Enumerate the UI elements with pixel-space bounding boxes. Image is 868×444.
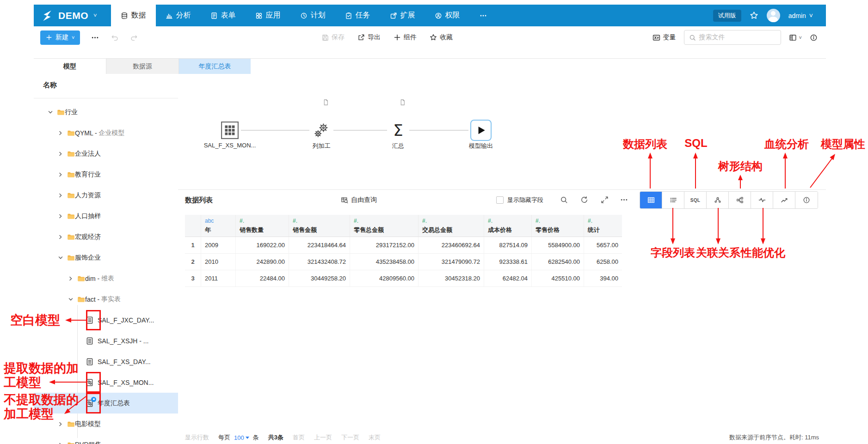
show-hidden-fields-checkbox[interactable]: 显示隐藏字段 xyxy=(496,196,543,204)
cell: 22484.00 xyxy=(236,270,289,286)
new-button[interactable]: 新建 ˅ xyxy=(40,30,80,45)
expand-icon[interactable] xyxy=(601,196,609,204)
tree-item-5[interactable]: 人口抽样 xyxy=(34,206,178,226)
chevron-right-icon[interactable] xyxy=(58,193,64,198)
view-performance-button[interactable] xyxy=(751,192,773,208)
app-logo[interactable]: DEMO ˅ xyxy=(34,9,104,23)
chevron-right-icon[interactable] xyxy=(58,213,64,219)
tree-item-8[interactable]: dim - 维表 xyxy=(34,268,178,289)
per-page-select[interactable]: 100 xyxy=(234,434,249,441)
layout-toggle-button[interactable]: ˅ xyxy=(789,34,802,42)
component-button[interactable]: 组件 xyxy=(394,33,417,42)
view-sql-button[interactable]: SQL xyxy=(684,192,707,208)
tree-item-11[interactable]: SAL_F_XSJH - ... xyxy=(34,330,178,351)
view-lineage-button[interactable] xyxy=(773,192,795,208)
chevron-right-icon[interactable] xyxy=(58,130,64,136)
view-relation-graph-button[interactable] xyxy=(707,192,729,208)
view-tree-structure-button[interactable] xyxy=(729,192,751,208)
tree-item-0[interactable]: 行业 xyxy=(34,102,178,122)
avatar[interactable] xyxy=(767,9,780,22)
chevron-down-icon[interactable] xyxy=(58,255,64,261)
table-search-icon xyxy=(341,196,348,204)
tab-model[interactable]: 模型 xyxy=(34,59,106,74)
info-button[interactable] xyxy=(810,34,818,42)
search-icon[interactable] xyxy=(560,196,568,204)
tree-item-12[interactable]: SAL_F_XS_DAY... xyxy=(34,351,178,372)
performance-icon xyxy=(758,196,766,204)
chevron-down-icon[interactable] xyxy=(48,109,54,115)
free-query-label: 自由查询 xyxy=(351,196,377,204)
chevron-right-icon[interactable] xyxy=(68,276,74,281)
flow-node-column-process-label: 列加工 xyxy=(313,142,331,150)
star-icon[interactable] xyxy=(750,11,758,20)
flow-node-aggregate-icon[interactable]: Σ xyxy=(393,121,403,140)
export-button[interactable]: 导出 xyxy=(357,33,381,42)
nav-tab-database[interactable]: 数据 xyxy=(111,5,156,26)
flow-node-column-process-icon[interactable] xyxy=(312,121,331,140)
chevron-right-icon[interactable] xyxy=(58,442,64,444)
nav-tab-more-dots[interactable] xyxy=(470,5,497,26)
redo-button[interactable] xyxy=(130,34,138,42)
data-table: abc年#.销售数量#.销售金额#.零售总金额#.交易总金额#.成本价格#.零售… xyxy=(185,215,622,287)
nav-tab-bar-chart[interactable]: 分析 xyxy=(156,5,201,26)
view-model-info-button[interactable] xyxy=(795,192,818,208)
tree-item-1[interactable]: QYML - 企业模型 xyxy=(34,122,178,143)
nav-tab-extension[interactable]: 扩展 xyxy=(380,5,425,26)
tree-item-label: SAL_F_XS_DAY... xyxy=(98,358,151,365)
tree-item-13[interactable]: SAL_F_XS_MON... xyxy=(34,372,178,393)
column-type-indicator: #. xyxy=(293,218,346,225)
nav-tab-label: 扩展 xyxy=(400,11,415,20)
row-index: 1 xyxy=(185,237,201,253)
favorite-button[interactable]: 收藏 xyxy=(430,33,453,42)
chevron-down-icon[interactable] xyxy=(68,297,74,302)
nav-tab-apps[interactable]: 应用 xyxy=(246,5,290,26)
source-note: 数据来源于前序节点。耗时: 11ms xyxy=(729,433,819,442)
nav-right: 试用版 admin ˅ xyxy=(713,9,826,22)
cell: 2009 xyxy=(201,237,236,253)
undo-button[interactable] xyxy=(111,34,119,42)
view-data-grid-button[interactable] xyxy=(640,192,662,208)
refresh-icon[interactable] xyxy=(580,196,588,204)
tree-item-14[interactable]: 年度汇总表 xyxy=(34,393,178,414)
nav-tab-tasks[interactable]: 任务 xyxy=(335,5,380,26)
tree-item-4[interactable]: 人力资源 xyxy=(34,185,178,206)
tree-item-16[interactable]: DVD租售 xyxy=(34,434,178,444)
tree-item-2[interactable]: 企业法人 xyxy=(34,143,178,164)
cell: 2010 xyxy=(201,254,236,270)
tree-item-6[interactable]: 宏观经济 xyxy=(34,226,178,247)
tree-item-9[interactable]: fact - 事实表 xyxy=(34,289,178,310)
tree-item-label: 年度汇总表 xyxy=(98,399,130,408)
tree-item-3[interactable]: 教育行业 xyxy=(34,164,178,185)
chevron-right-icon[interactable] xyxy=(58,234,64,240)
flow-node-source-table-icon[interactable] xyxy=(221,121,239,140)
bar-chart-icon xyxy=(166,12,173,19)
flow-node-output-icon[interactable] xyxy=(470,120,492,141)
table-header-row: abc年#.销售数量#.销售金额#.零售总金额#.交易总金额#.成本价格#.零售… xyxy=(185,215,622,237)
prev-page-button[interactable]: 上一页 xyxy=(314,433,332,442)
chevron-right-icon[interactable] xyxy=(58,151,64,157)
toolbar-right: 变量 搜索文件 ˅ xyxy=(653,30,826,45)
last-page-button[interactable]: 末页 xyxy=(369,433,381,442)
tree-item-15[interactable]: 电影模型 xyxy=(34,414,178,434)
more-actions-button[interactable] xyxy=(91,34,99,42)
more-icon[interactable] xyxy=(620,196,628,204)
tree-item-10[interactable]: SAL_F_JXC_DAY... xyxy=(34,310,178,330)
document-tab[interactable]: 年度汇总表 xyxy=(179,59,251,74)
nav-tab-form[interactable]: 表单 xyxy=(201,5,246,26)
variables-button[interactable]: 变量 xyxy=(653,33,676,42)
chevron-right-icon[interactable] xyxy=(58,421,64,427)
datalist-toolbar: 数据列表 自由查询 显示隐藏字段 SQL xyxy=(178,189,826,211)
save-button[interactable]: 保存 xyxy=(321,33,345,42)
nav-tab-permission[interactable]: 权限 xyxy=(425,5,470,26)
search-input[interactable]: 搜索文件 xyxy=(684,30,781,45)
chevron-right-icon[interactable] xyxy=(58,172,64,177)
next-page-button[interactable]: 下一页 xyxy=(341,433,359,442)
first-page-button[interactable]: 首页 xyxy=(293,433,305,442)
database-icon xyxy=(121,12,128,19)
nav-tab-clock[interactable]: 计划 xyxy=(290,5,335,26)
tree-item-7[interactable]: 服饰企业 xyxy=(34,247,178,268)
view-field-list-button[interactable] xyxy=(662,192,684,208)
tab-datasource[interactable]: 数据源 xyxy=(106,59,179,74)
user-menu[interactable]: admin ˅ xyxy=(788,12,813,19)
free-query-button[interactable]: 自由查询 xyxy=(341,196,377,204)
